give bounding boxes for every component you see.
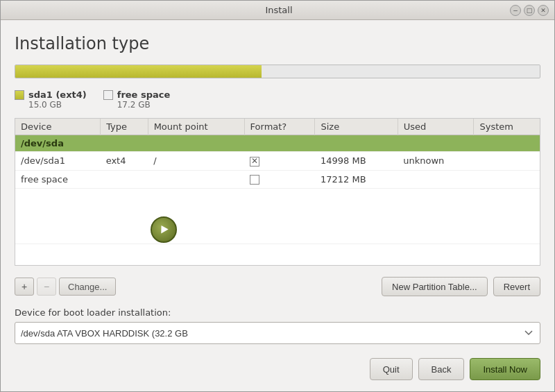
window-title: Install <box>48 5 510 15</box>
col-format: Format? <box>244 119 315 135</box>
maximize-button[interactable]: □ <box>524 5 535 16</box>
table-group-row: /dev/sda <box>15 135 540 152</box>
cell-device-1: /dev/sda1 <box>15 152 101 171</box>
right-partition-controls: New Partition Table... Revert <box>382 277 540 296</box>
cursor-icon <box>151 216 177 243</box>
partition-legend: sda1 (ext4) 15.0 GB free space 17.2 GB <box>15 90 540 110</box>
legend-swatch-sda1 <box>15 90 24 100</box>
legend-name-free: free space <box>117 90 171 100</box>
cell-size-1: 14998 MB <box>315 152 398 171</box>
cursor-arrow-shape <box>157 223 168 234</box>
partition-controls: + − Change... New Partition Table... Rev… <box>15 277 540 296</box>
table-row[interactable]: /dev/sda1 ext4 / 14998 MB unknown <box>15 152 540 171</box>
back-button[interactable]: Back <box>418 358 465 380</box>
cell-format-1 <box>244 152 315 171</box>
table-body: /dev/sda /dev/sda1 ext4 / 14998 MB unkno… <box>15 135 540 244</box>
main-content: Installation type sda1 (ext4) 15.0 GB fr… <box>1 20 554 391</box>
legend-name-sda1: sda1 (ext4) <box>28 90 87 100</box>
title-bar: Install − □ ✕ <box>1 1 554 20</box>
cell-format-2 <box>244 170 315 189</box>
change-partition-button[interactable]: Change... <box>59 278 116 296</box>
format-checkbox-2[interactable] <box>250 175 259 185</box>
partition-bar-used <box>15 65 262 78</box>
format-checkbox-1[interactable] <box>250 157 259 167</box>
install-now-button[interactable]: Install Now <box>470 358 540 380</box>
cell-mount-1: / <box>148 152 244 171</box>
cell-system-1 <box>474 152 540 171</box>
legend-item-sda1: sda1 (ext4) 15.0 GB <box>15 90 87 110</box>
cell-used-2 <box>398 170 474 189</box>
quit-button[interactable]: Quit <box>370 358 413 380</box>
table-header-row: Device Type Mount point Format? Size Use… <box>15 119 540 135</box>
window: Install − □ ✕ Installation type sda1 (ex… <box>0 0 555 392</box>
legend-size-free: 17.2 GB <box>117 100 171 110</box>
cell-used-1: unknown <box>398 152 474 171</box>
col-size: Size <box>315 119 398 135</box>
cell-size-2: 17212 MB <box>315 170 398 189</box>
col-used: Used <box>398 119 474 135</box>
legend-item-free: free space 17.2 GB <box>103 90 171 110</box>
partition-bar <box>15 65 540 78</box>
add-partition-button[interactable]: + <box>15 278 34 296</box>
cell-mount-2 <box>148 170 244 189</box>
group-header: /dev/sda <box>15 135 540 152</box>
col-mount: Mount point <box>148 119 244 135</box>
partition-bar-free <box>262 65 540 78</box>
col-type: Type <box>101 119 148 135</box>
bootloader-select[interactable]: /dev/sda ATA VBOX HARDDISK (32.2 GB <box>15 322 540 344</box>
revert-button[interactable]: Revert <box>493 277 540 296</box>
table-row[interactable]: free space 17212 MB <box>15 170 540 189</box>
empty-row <box>15 189 540 244</box>
partition-table-container: Device Type Mount point Format? Size Use… <box>15 118 540 266</box>
footer-buttons: Quit Back Install Now <box>15 358 540 380</box>
cell-system-2 <box>474 170 540 189</box>
partition-table: Device Type Mount point Format? Size Use… <box>15 119 540 244</box>
cell-device-2: free space <box>15 170 101 189</box>
window-controls: − □ ✕ <box>510 5 549 16</box>
page-title: Installation type <box>15 34 540 53</box>
col-device: Device <box>15 119 101 135</box>
minimize-button[interactable]: − <box>510 5 521 16</box>
close-button[interactable]: ✕ <box>538 5 549 16</box>
bootloader-label: Device for boot loader installation: <box>15 307 540 318</box>
legend-swatch-free <box>103 90 113 100</box>
cell-type-1: ext4 <box>101 152 148 171</box>
legend-size-sda1: 15.0 GB <box>28 100 87 110</box>
new-partition-table-button[interactable]: New Partition Table... <box>382 277 488 296</box>
remove-partition-button[interactable]: − <box>37 278 56 296</box>
col-system: System <box>474 119 540 135</box>
bootloader-section: Device for boot loader installation: /de… <box>15 307 540 344</box>
cell-type-2 <box>101 170 148 189</box>
left-partition-controls: + − Change... <box>15 278 116 296</box>
